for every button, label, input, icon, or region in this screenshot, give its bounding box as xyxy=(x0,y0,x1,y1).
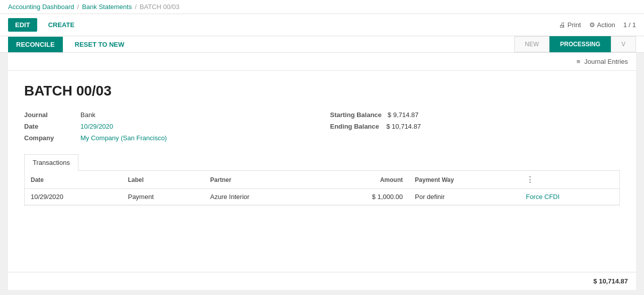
journal-value: Bank xyxy=(80,111,96,119)
row-action[interactable]: Force CFDI xyxy=(520,189,619,205)
gear-icon: ⚙ xyxy=(589,21,595,29)
transactions-table-container: Date Label Partner Amount Payment Way ⋮ … xyxy=(24,171,620,206)
row-date: 10/29/2020 xyxy=(25,189,122,205)
transactions-table: Date Label Partner Amount Payment Way ⋮ … xyxy=(25,171,619,205)
col-partner: Partner xyxy=(204,171,316,189)
row-label: Payment xyxy=(122,189,204,205)
table-more-icon[interactable]: ⋮ xyxy=(526,175,534,184)
breadcrumb-bar: Accounting Dashboard / Bank Statements /… xyxy=(0,0,644,14)
row-payment-way: Por definir xyxy=(409,189,520,205)
company-value[interactable]: My Company (San Francisco) xyxy=(80,134,167,142)
tabs: Transactions xyxy=(24,154,620,171)
breadcrumb-sep1: / xyxy=(77,3,79,11)
action-bar-right: 🖨 Print ⚙ Action 1 / 1 xyxy=(559,21,636,29)
pagination: 1 / 1 xyxy=(623,21,636,29)
row-partner: Azure Interior xyxy=(204,189,316,205)
col-payment-way: Payment Way xyxy=(409,171,520,189)
company-label: Company xyxy=(24,134,74,142)
field-date: Date 10/29/2020 xyxy=(24,123,314,130)
ending-balance-label: Ending Balance xyxy=(330,123,381,130)
total-value: $ 10,714.87 xyxy=(593,277,628,285)
breadcrumb-accounting[interactable]: Accounting Dashboard xyxy=(8,3,74,11)
list-icon: ≡ xyxy=(577,58,581,65)
field-company: Company My Company (San Francisco) xyxy=(24,134,314,142)
force-cfdi-link[interactable]: Force CFDI xyxy=(526,193,560,201)
date-value[interactable]: 10/29/2020 xyxy=(80,123,113,130)
tab-transactions[interactable]: Transactions xyxy=(24,154,78,171)
status-steps: NEW PROCESSING V xyxy=(514,36,636,52)
right-fields: Starting Balance $ 9,714.87 Ending Balan… xyxy=(330,111,620,142)
field-ending-balance: Ending Balance $ 10,714.87 xyxy=(330,123,620,130)
status-step-v[interactable]: V xyxy=(611,36,636,52)
reset-to-new-button[interactable]: RESET TO NEW xyxy=(67,37,133,52)
starting-balance-label: Starting Balance xyxy=(330,111,382,119)
create-button[interactable]: CREATE xyxy=(41,18,81,32)
field-starting-balance: Starting Balance $ 9,714.87 xyxy=(330,111,620,119)
status-bar: RECONCILE RESET TO NEW NEW PROCESSING V xyxy=(0,36,644,53)
breadcrumb-bank-statements[interactable]: Bank Statements xyxy=(82,3,132,11)
row-amount: $ 1,000.00 xyxy=(316,189,409,205)
left-fields: Journal Bank Date 10/29/2020 Company My … xyxy=(24,111,314,142)
status-step-processing[interactable]: PROCESSING xyxy=(549,36,611,52)
journal-entries-button[interactable]: ≡ Journal Entries xyxy=(577,58,628,65)
journal-label: Journal xyxy=(24,111,74,119)
ending-balance-value: $ 10,714.87 xyxy=(387,123,421,130)
print-button[interactable]: 🖨 Print xyxy=(559,21,581,29)
action-button[interactable]: ⚙ Action xyxy=(589,21,615,29)
action-bar: EDIT CREATE 🖨 Print ⚙ Action 1 / 1 xyxy=(0,14,644,36)
col-amount: Amount xyxy=(316,171,409,189)
col-actions: ⋮ xyxy=(520,171,619,189)
col-label: Label xyxy=(122,171,204,189)
journal-entries-bar: ≡ Journal Entries xyxy=(8,53,636,71)
starting-balance-value: $ 9,714.87 xyxy=(388,111,418,119)
record-title: BATCH 00/03 xyxy=(24,83,620,99)
field-journal: Journal Bank xyxy=(24,111,314,119)
bottom-total: $ 10,714.87 xyxy=(8,272,636,290)
table-row: 10/29/2020 Payment Azure Interior $ 1,00… xyxy=(25,189,619,205)
table-header-row: Date Label Partner Amount Payment Way ⋮ xyxy=(25,171,619,189)
printer-icon: 🖨 xyxy=(559,21,566,29)
date-label: Date xyxy=(24,123,74,130)
fields-grid: Journal Bank Date 10/29/2020 Company My … xyxy=(24,111,620,142)
edit-button[interactable]: EDIT xyxy=(8,18,37,32)
status-step-new[interactable]: NEW xyxy=(514,36,549,52)
reconcile-button[interactable]: RECONCILE xyxy=(8,37,63,52)
breadcrumb-current: BATCH 00/03 xyxy=(140,3,179,11)
col-date: Date xyxy=(25,171,122,189)
breadcrumb-sep2: / xyxy=(135,3,137,11)
journal-entries-label: Journal Entries xyxy=(584,58,628,65)
record-card: BATCH 00/03 Journal Bank Date 10/29/2020… xyxy=(8,71,636,272)
main-content: ≡ Journal Entries BATCH 00/03 Journal Ba… xyxy=(0,53,644,295)
